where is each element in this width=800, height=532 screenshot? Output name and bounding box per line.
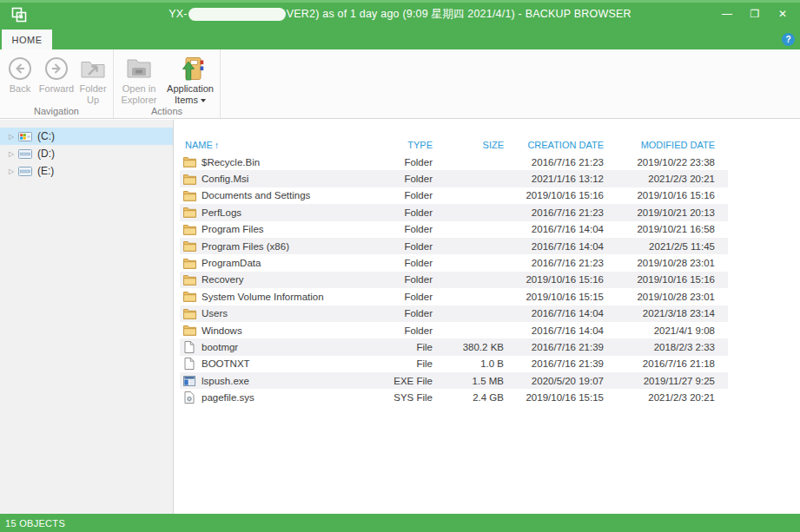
cell-type: SYS File (372, 392, 446, 403)
exe-icon (182, 376, 196, 386)
folder-icon (182, 274, 196, 286)
file-row-windows[interactable]: WindowsFolder2016/7/16 14:042021/4/1 9:0… (180, 322, 728, 338)
minimize-button[interactable]: — (713, 3, 741, 25)
maximize-button[interactable]: ❐ (741, 3, 769, 25)
drive-label: (C:) (37, 130, 55, 142)
drive-label: (E:) (37, 165, 54, 177)
tree-expand-chevron-icon[interactable]: ▷ (5, 150, 17, 158)
file-name: Config.Msi (202, 174, 248, 184)
cell-creation-date: 2016/7/16 21:23 (517, 207, 617, 218)
file-row-config-msi[interactable]: Config.MsiFolder2021/1/16 13:122021/2/3 … (180, 170, 728, 187)
file-row-documents-and-settings[interactable]: Documents and SettingsFolder2019/10/16 1… (180, 187, 728, 204)
cell-creation-date: 2019/10/16 15:15 (517, 392, 617, 403)
backup-browser-app-icon (10, 6, 28, 23)
tree-expand-chevron-icon[interactable]: ▷ (5, 167, 17, 175)
folder-icon (182, 325, 196, 336)
back-button[interactable]: Back (2, 51, 38, 105)
cell-name: BOOTNXT (180, 358, 372, 370)
cell-name: Config.Msi (180, 174, 372, 185)
column-header-creation-date[interactable]: CREATION DATE (517, 140, 617, 150)
file-row-bootnxt[interactable]: BOOTNXTFile1.0 B2016/7/16 21:392016/7/16… (180, 356, 728, 372)
window-title-prefix: YX- (169, 8, 187, 20)
tree-item-e[interactable]: ▷(E:) (0, 162, 173, 180)
file-name: bootmgr (202, 342, 238, 352)
cell-name: bootmgr (180, 341, 372, 353)
cell-creation-date: 2016/7/16 21:23 (517, 157, 617, 167)
cell-size: 1.0 B (446, 358, 517, 369)
file-row-lspush-exe[interactable]: lspush.exeEXE File1.5 MB2020/5/20 19:072… (180, 372, 728, 389)
cell-modified-date: 2021/2/3 20:21 (617, 174, 728, 184)
application-items-button[interactable]: Application Items (162, 51, 218, 105)
cell-size: 380.2 KB (446, 342, 517, 352)
cell-modified-date: 2019/10/16 15:16 (617, 190, 728, 200)
back-label: Back (10, 83, 30, 95)
forward-button[interactable]: Forward (38, 51, 75, 105)
file-name: PerfLogs (202, 207, 241, 218)
file-name: pagefile.sys (202, 392, 255, 403)
file-name: $Recycle.Bin (202, 157, 260, 167)
cell-creation-date: 2021/1/16 13:12 (517, 174, 617, 184)
cell-size: 1.5 MB (446, 376, 517, 386)
explorer-folder-icon (126, 54, 152, 83)
folder-up-button[interactable]: Folder Up (75, 51, 111, 105)
cell-type: Folder (372, 157, 446, 167)
drive-label: (D:) (37, 148, 55, 160)
status-bar: 15 OBJECTS (0, 514, 800, 532)
column-header-name[interactable]: NAME↑ (180, 140, 372, 150)
column-header-type[interactable]: TYPE (372, 140, 446, 150)
file-row-programdata[interactable]: ProgramDataFolder2016/7/16 21:232019/10/… (180, 254, 728, 271)
file-icon (182, 341, 196, 353)
sort-ascending-icon: ↑ (215, 140, 220, 150)
dropdown-caret-icon (201, 99, 206, 102)
file-row-recycle-bin[interactable]: $Recycle.BinFolder2016/7/16 21:232019/10… (180, 154, 728, 170)
file-row-recovery[interactable]: RecoveryFolder2019/10/16 15:162019/10/16… (180, 272, 728, 288)
cell-modified-date: 2019/10/21 20:13 (617, 207, 728, 218)
cell-creation-date: 2016/7/16 21:23 (517, 258, 617, 268)
tree-item-d[interactable]: ▷(D:) (0, 145, 173, 162)
cell-name: $Recycle.Bin (180, 156, 372, 167)
cell-type: Folder (372, 274, 446, 285)
window-title-suffix: VER2) as of 1 day ago (9:09 星期四 2021/4/1… (287, 8, 631, 20)
file-row-program-files-x86[interactable]: Program Files (x86)Folder2016/7/16 14:04… (180, 238, 728, 254)
drive-icon (17, 149, 33, 159)
ribbon-group-actions: Open in Explorer (114, 49, 221, 118)
cell-modified-date: 2021/4/1 9:08 (617, 325, 728, 336)
sys-icon (182, 391, 196, 404)
cell-creation-date: 2020/5/20 19:07 (517, 376, 617, 386)
cell-name: Program Files (x86) (180, 240, 372, 252)
cell-creation-date: 2016/7/16 21:39 (517, 358, 617, 369)
cell-type: Folder (372, 174, 446, 184)
folder-icon (182, 224, 196, 235)
cell-modified-date: 2016/7/16 21:18 (617, 358, 728, 369)
tab-home[interactable]: HOME (2, 30, 52, 49)
close-button[interactable]: ✕ (769, 3, 797, 25)
cell-name: Program Files (180, 224, 372, 235)
cell-modified-date: 2019/10/28 23:01 (617, 292, 728, 302)
back-arrow-icon (8, 54, 32, 83)
file-row-users[interactable]: UsersFolder2016/7/16 14:042021/3/18 23:1… (180, 305, 728, 322)
open-in-explorer-button[interactable]: Open in Explorer (116, 51, 162, 105)
cell-name: ProgramData (180, 258, 372, 269)
file-name: lspush.exe (202, 376, 249, 386)
file-name: Users (202, 308, 228, 319)
cell-creation-date: 2019/10/16 15:16 (517, 274, 617, 285)
cell-creation-date: 2016/7/16 14:04 (517, 308, 617, 319)
column-header-modified-date[interactable]: MODIFIED DATE (617, 140, 728, 150)
file-row-program-files[interactable]: Program FilesFolder2016/7/16 14:042019/1… (180, 221, 728, 238)
file-row-pagefile-sys[interactable]: pagefile.sysSYS File2.4 GB2019/10/16 15:… (180, 389, 728, 405)
folder-up-icon (80, 54, 106, 83)
folder-icon (182, 308, 196, 319)
drive-icon (17, 167, 33, 176)
cell-type: Folder (372, 207, 446, 218)
file-row-bootmgr[interactable]: bootmgrFile380.2 KB2016/7/16 21:392018/2… (180, 338, 728, 355)
file-row-system-volume-information[interactable]: System Volume InformationFolder2019/10/1… (180, 288, 728, 305)
tree-expand-chevron-icon[interactable]: ▷ (5, 133, 17, 141)
cell-modified-date: 2018/2/3 2:33 (617, 342, 728, 352)
actions-group-label: Actions (116, 105, 218, 119)
file-name: Program Files (202, 224, 264, 234)
column-header-size[interactable]: SIZE (446, 140, 517, 150)
title-bar: YX-VER2) as of 1 day ago (9:09 星期四 2021/… (0, 0, 800, 30)
tree-item-c[interactable]: ▷(C:) (0, 128, 173, 145)
file-row-perflogs[interactable]: PerfLogsFolder2016/7/16 21:232019/10/21 … (180, 204, 728, 220)
help-button[interactable]: ? (782, 33, 795, 46)
